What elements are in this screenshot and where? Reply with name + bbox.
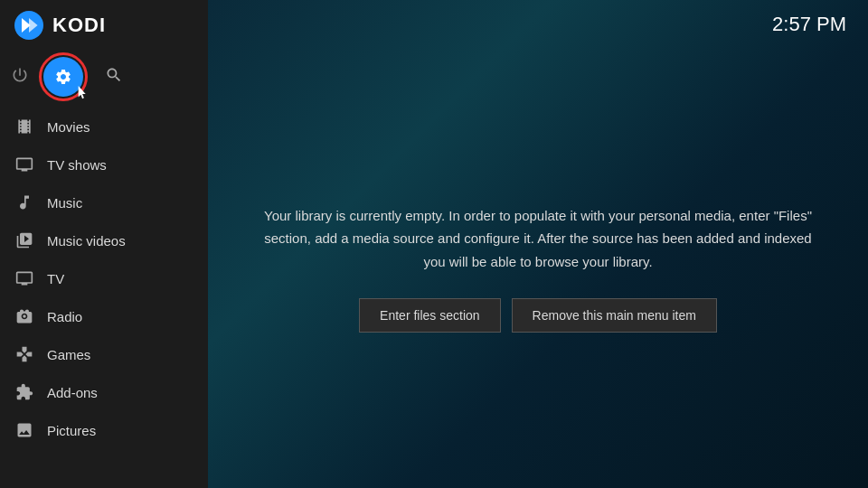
sidebar-toolbar [0,50,208,108]
app-title: KODI [52,14,106,37]
addons-icon [14,382,34,402]
radio-icon [14,306,34,326]
search-icon[interactable] [105,66,123,89]
remove-menu-item-button[interactable]: Remove this main menu item [512,298,717,333]
main-content: 2:57 PM Your library is currently empty.… [208,0,868,488]
tv-shows-icon [14,155,34,174]
sidebar-item-label: Games [47,347,90,362]
time-display: 2:57 PM [772,13,846,36]
kodi-logo [14,11,43,40]
sidebar-item-label: Pictures [47,423,96,438]
app-header: KODI [0,0,208,50]
sidebar-item-music-videos[interactable]: Music videos [0,221,208,259]
library-message: Your library is currently empty. In orde… [262,204,814,274]
sidebar: KODI Movies [0,0,208,488]
pictures-icon [14,420,34,440]
sidebar-item-tvshows[interactable]: TV shows [0,145,208,183]
top-bar: 2:57 PM [208,0,868,49]
content-area: Your library is currently empty. In orde… [208,49,868,488]
sidebar-item-label: Add-ons [47,385,98,400]
cursor-icon [78,86,89,100]
sidebar-item-label: TV shows [47,157,107,173]
sidebar-item-label: Radio [47,309,82,324]
sidebar-item-label: Music videos [47,233,126,249]
sidebar-item-label: Music [47,195,82,211]
sidebar-item-addons[interactable]: Add-ons [0,373,208,411]
sidebar-item-pictures[interactable]: Pictures [0,411,208,449]
action-buttons: Enter files section Remove this main men… [359,298,717,333]
sidebar-item-tv[interactable]: TV [0,259,208,297]
games-icon [14,344,34,364]
sidebar-item-label: Movies [47,119,90,135]
movies-icon [14,117,34,136]
music-videos-icon [14,230,34,250]
sidebar-menu: Movies TV shows Music Music videos TV [0,108,208,488]
sidebar-item-label: TV [47,271,64,286]
music-icon [14,192,34,212]
sidebar-item-radio[interactable]: Radio [0,297,208,335]
sidebar-item-games[interactable]: Games [0,335,208,373]
enter-files-button[interactable]: Enter files section [359,298,501,333]
sidebar-item-music[interactable]: Music [0,183,208,221]
sidebar-item-movies[interactable]: Movies [0,108,208,145]
tv-icon [14,268,34,288]
power-icon[interactable] [11,66,29,89]
settings-button[interactable] [43,57,83,97]
